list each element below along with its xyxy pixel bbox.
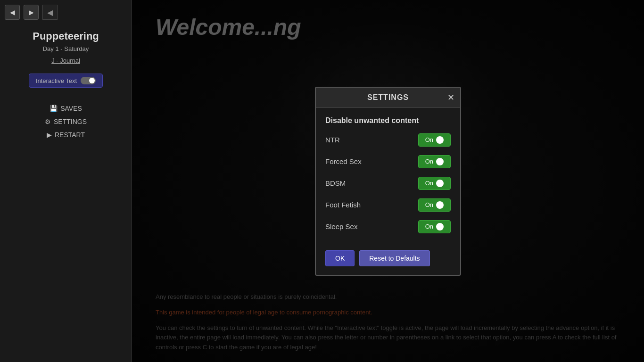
modal-header: SETTINGS ✕ — [316, 88, 460, 108]
toggle-row-forced-sex: Forced SexOn — [325, 155, 451, 168]
forward-button[interactable]: ▶ — [24, 5, 39, 20]
toggle-label-3: Foot Fetish — [325, 201, 361, 209]
gear-icon: ⚙ — [45, 118, 51, 125]
interactive-text-switch[interactable] — [81, 77, 96, 84]
saves-button[interactable]: 💾 SAVES — [0, 102, 132, 115]
settings-modal: SETTINGS ✕ Disable unwanted content NTRO… — [315, 87, 461, 276]
sidebar-nav-buttons: ◀ ▶ ◀ — [0, 5, 58, 20]
saves-icon: 💾 — [50, 105, 58, 112]
toggle-row-bdsm: BDSMOn — [325, 177, 451, 190]
modal-body: Disable unwanted content NTROnForced Sex… — [316, 108, 460, 250]
modal-overlay: SETTINGS ✕ Disable unwanted content NTRO… — [132, 0, 644, 362]
toggle-circle-icon — [436, 158, 444, 165]
toggle-circle-icon — [436, 223, 444, 230]
toggle-row-sleep-sex: Sleep SexOn — [325, 220, 451, 233]
toggle-button-ntr[interactable]: On — [418, 133, 451, 147]
main-content: Welcome...ng Any resemblance to real peo… — [132, 0, 644, 362]
settings-button[interactable]: ⚙ SETTINGS — [0, 115, 132, 128]
restart-icon: ▶ — [47, 131, 52, 139]
modal-footer: OK Reset to Defaults — [316, 250, 460, 275]
toggle-row-foot-fetish: Foot FetishOn — [325, 198, 451, 212]
toggle-label-1: Forced Sex — [325, 157, 362, 165]
interactive-text-label: Interactive Text — [36, 77, 77, 84]
collapse-sidebar-button[interactable]: ◀ — [42, 5, 58, 20]
toggle-label-2: BDSM — [325, 179, 346, 187]
disable-content-heading: Disable unwanted content — [325, 116, 451, 125]
reset-defaults-button[interactable]: Reset to Defaults — [359, 250, 429, 266]
toggle-label-4: Sleep Sex — [325, 222, 357, 230]
modal-close-button[interactable]: ✕ — [447, 92, 454, 103]
game-title: Puppeteering — [33, 30, 99, 42]
toggle-rows-container: NTROnForced SexOnBDSMOnFoot FetishOnSlee… — [325, 133, 451, 233]
sidebar: ◀ ▶ ◀ Puppeteering Day 1 - Saturday J - … — [0, 0, 132, 362]
toggle-circle-icon — [436, 136, 444, 144]
toggle-circle-icon — [436, 201, 444, 209]
toggle-circle-icon — [436, 180, 444, 187]
toggle-button-bdsm[interactable]: On — [418, 177, 451, 190]
toggle-button-sleep-sex[interactable]: On — [418, 220, 451, 233]
toggle-row-ntr: NTROn — [325, 133, 451, 147]
interactive-text-toggle[interactable]: Interactive Text — [29, 74, 103, 88]
journal-button[interactable]: J - Journal — [51, 57, 80, 64]
toggle-button-forced-sex[interactable]: On — [418, 155, 451, 168]
modal-title: SETTINGS — [367, 93, 409, 102]
back-button[interactable]: ◀ — [5, 5, 20, 20]
restart-button[interactable]: ▶ RESTART — [0, 128, 132, 141]
ok-button[interactable]: OK — [325, 250, 355, 266]
toggle-button-foot-fetish[interactable]: On — [418, 198, 451, 212]
toggle-label-0: NTR — [325, 136, 340, 144]
day-label: Day 1 - Saturday — [43, 45, 89, 52]
